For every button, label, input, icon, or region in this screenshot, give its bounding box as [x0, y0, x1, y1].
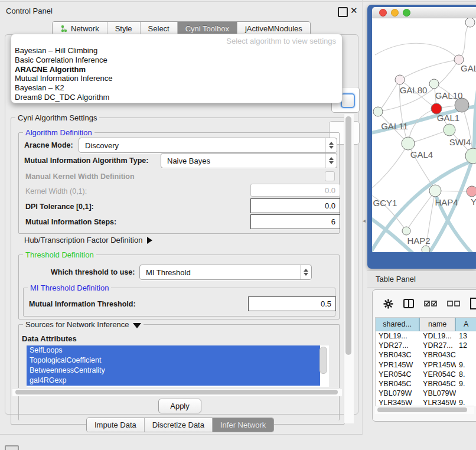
kernel-width-label: Kernel Width (0,1): [25, 187, 87, 195]
node-label: GAL [461, 63, 476, 73]
network-node-hap4[interactable] [429, 185, 441, 197]
function-builder-icon[interactable] [470, 298, 476, 309]
table-cell: YER054C [376, 370, 420, 379]
threshold-definition-title: Threshold Definition [23, 250, 96, 259]
select-all-checkboxes-icon[interactable] [424, 301, 437, 306]
apply-button[interactable]: Apply [158, 399, 201, 413]
hidden-combobox-stepper[interactable] [341, 93, 355, 108]
network-node-y[interactable] [467, 186, 476, 197]
close-panel-icon[interactable]: ✕ [350, 5, 358, 16]
attribute-list-item[interactable]: TopologicalCoefficient [27, 356, 320, 366]
network-node-gal11[interactable] [373, 107, 383, 116]
window-zoom-icon[interactable] [403, 9, 410, 17]
deselect-all-checkboxes-icon[interactable] [447, 301, 460, 306]
control-panel-title: Control Panel [6, 6, 53, 15]
window-minimize-icon[interactable] [391, 9, 399, 17]
aracne-mode-select[interactable]: Discovery [79, 138, 337, 153]
table-cell: YLR345W [376, 398, 420, 406]
table-row[interactable]: YLR345WYLR345W9. [376, 398, 476, 406]
network-node[interactable] [465, 18, 475, 27]
attribute-list-item[interactable]: SelfLoops [27, 345, 320, 356]
table-cell: 13 [456, 331, 476, 341]
network-window-titlebar[interactable] [372, 7, 476, 18]
mi-threshold-field[interactable]: 0.5 [248, 296, 336, 311]
node-table[interactable]: shared...nameA YDL19...YDL19...13YDR27..… [375, 317, 476, 406]
table-row[interactable]: YPR145WYPR145W9. [376, 360, 476, 370]
attribute-list-item[interactable]: BetweennessCentrality [27, 366, 320, 376]
network-node-gal10[interactable] [429, 79, 439, 89]
tab-infer-network[interactable]: Infer Network [213, 418, 273, 432]
expand-right-icon [147, 237, 152, 244]
table-row[interactable]: YDR27...YDR27...12 [376, 341, 476, 350]
attributes-list-scrollbar[interactable] [319, 347, 327, 374]
dpi-tolerance-field[interactable]: 0.0 [250, 198, 340, 213]
network-node-gal4[interactable] [402, 137, 415, 150]
table-row[interactable]: YBL079WYBL079W [376, 389, 476, 398]
node-label: HAP4 [435, 197, 458, 207]
network-node-hap2[interactable] [402, 227, 410, 235]
network-node[interactable] [422, 246, 430, 252]
table-cell: YPR145W [420, 360, 456, 370]
mi-algorithm-type-value: Naive Bayes [161, 156, 325, 165]
node-label: SWI4 [449, 137, 471, 147]
attribute-list-item[interactable]: gal4RGexp [27, 376, 320, 386]
mi-algorithm-type-select[interactable]: Naive Bayes [161, 153, 337, 168]
panel-divider-handle[interactable]: ◂ [363, 217, 366, 224]
tab-discretize-data[interactable]: Discretize Data [145, 418, 213, 432]
table-row[interactable]: YER054CYER054C8. [376, 370, 476, 379]
tab-impute-data[interactable]: Impute Data [87, 418, 145, 432]
tab-jactivemnodules[interactable]: jActiveMNodules [237, 22, 310, 35]
tab-select[interactable]: Select [141, 22, 178, 35]
which-threshold-select[interactable]: MI Threshold [139, 265, 312, 280]
node-label: GAL1 [437, 113, 459, 123]
float-panel-icon[interactable] [338, 7, 348, 17]
network-node-swi4[interactable] [444, 124, 455, 136]
table-cell: YLR345W [420, 398, 456, 406]
algorithm-option[interactable]: ARACNE Algorithm [15, 65, 338, 74]
algorithm-option[interactable]: Dream8 DC_TDC Algorithm [15, 93, 338, 102]
tab-label: Select [148, 24, 169, 33]
minimized-panel-icon[interactable] [5, 445, 19, 450]
aracne-mode-label: Aracne Mode: [24, 141, 73, 149]
node-label: GAL11 [381, 121, 408, 131]
cyni-bottom-tabbar: Impute DataDiscretize DataInfer Network [86, 418, 274, 432]
mi-steps-field[interactable]: 6 [250, 214, 340, 229]
settings-hscrollbar-thumb[interactable] [15, 390, 338, 394]
tab-label: Network [71, 24, 99, 33]
manual-kernel-width-checkbox[interactable] [325, 171, 335, 181]
settings-vscrollbar-thumb[interactable] [345, 116, 351, 355]
network-node-gal80[interactable] [395, 75, 405, 84]
mi-threshold-definition-title: MI Threshold Definition [28, 283, 111, 292]
column-header-shared[interactable]: shared... [376, 318, 420, 331]
gear-icon[interactable] [383, 299, 393, 309]
stepper-arrows-icon [325, 138, 337, 152]
window-close-icon[interactable] [379, 9, 387, 17]
kernel-width-field[interactable]: 0.0 [250, 184, 340, 197]
algorithm-option[interactable]: Basic Correlation Inference [15, 56, 338, 65]
table-row[interactable]: YBR043CYBR043C [376, 350, 476, 360]
tab-style[interactable]: Style [107, 22, 141, 35]
table-row[interactable]: YBR045CYBR045C9. [376, 379, 476, 389]
dpi-tolerance-label: DPI Tolerance [0,1]: [25, 203, 94, 211]
split-columns-icon[interactable] [403, 299, 414, 308]
network-canvas[interactable]: GALGAL80GAL10GAL1GAL11SWI4GAL4GCY1HAP4YH… [372, 18, 476, 252]
table-cell: YBR045C [420, 379, 456, 389]
node-label: Y [471, 197, 476, 207]
tab-cyni-toolbox[interactable]: Cyni Toolbox [178, 22, 237, 35]
tab-label: Infer Network [220, 420, 266, 429]
column-header-name[interactable]: name [420, 318, 456, 331]
column-header-a[interactable]: A [456, 318, 476, 331]
table-cell: YBR043C [420, 350, 456, 360]
data-attributes-list[interactable]: SelfLoopsTopologicalCoefficientBetweenne… [27, 345, 329, 387]
algorithm-option[interactable]: Bayesian – K2 [15, 83, 338, 93]
node-label: GAL80 [400, 85, 428, 95]
algorithm-option[interactable]: Bayesian – Hill Climbing [15, 46, 338, 56]
algorithm-option[interactable]: Mutual Information Inference [15, 74, 338, 83]
table-row[interactable]: YDL19...YDL19...13 [376, 331, 476, 341]
hub-definition-toggle[interactable]: Hub/Transcription Factor Definition [24, 236, 152, 244]
algorithm-dropdown-list: Bayesian – Hill ClimbingBasic Correlatio… [15, 46, 338, 102]
table-cell: 8. [456, 370, 476, 379]
stepper-arrows-icon [325, 154, 337, 168]
table-hscrollbar-thumb[interactable] [377, 407, 467, 412]
tab-network[interactable]: Network [53, 22, 107, 35]
